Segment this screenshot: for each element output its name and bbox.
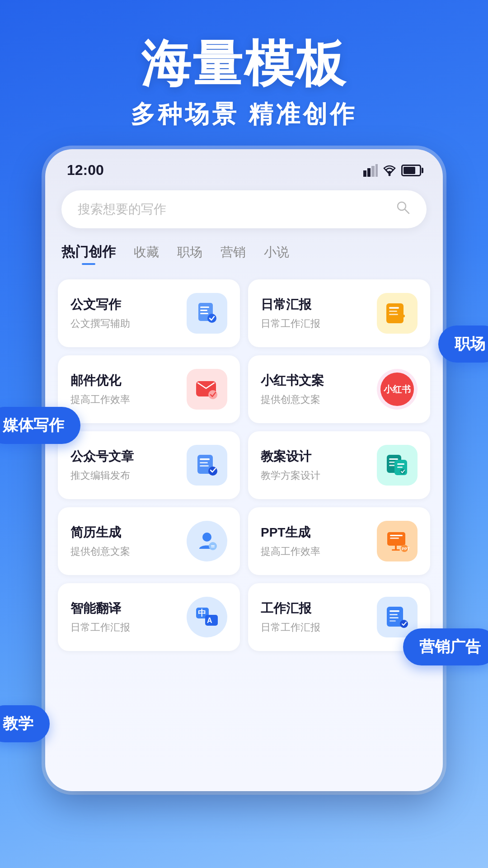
- svg-rect-50: [389, 617, 399, 618]
- svg-rect-12: [386, 303, 404, 323]
- resume-icon: [187, 521, 227, 561]
- wechat-article-icon: [187, 445, 227, 486]
- svg-rect-15: [389, 314, 398, 315]
- card-lesson-plan[interactable]: 教案设计 教学方案设计: [248, 431, 430, 499]
- svg-point-18: [208, 390, 217, 399]
- svg-rect-20: [200, 458, 210, 460]
- phone-mockup: 12:00: [45, 149, 443, 791]
- svg-rect-49: [389, 614, 398, 615]
- svg-rect-3: [375, 164, 378, 177]
- card-title: 小红书文案: [261, 372, 324, 389]
- search-container: 搜索想要的写作: [45, 183, 443, 239]
- svg-rect-9: [200, 310, 207, 311]
- search-bar[interactable]: 搜索想要的写作: [61, 190, 427, 228]
- card-xhs[interactable]: 小红书文案 提供创意文案 小红书: [248, 355, 430, 423]
- status-icons: [363, 164, 421, 177]
- card-ppt[interactable]: PPT生成 提高工作效率 PPT: [248, 507, 430, 575]
- phone-wrapper: 12:00: [0, 149, 488, 791]
- translate-icon: 中 A: [187, 597, 227, 637]
- svg-rect-21: [200, 462, 208, 463]
- svg-rect-35: [211, 547, 215, 547]
- svg-rect-39: [395, 546, 397, 549]
- tabs-container: 热门创作 收藏 职场 营销 小说: [45, 239, 443, 274]
- grid-container: 公文写作 公文撰写辅助 日常汇报: [45, 274, 443, 656]
- bubble-workplace: 职场: [438, 326, 488, 363]
- tab-workplace[interactable]: 职场: [177, 244, 202, 264]
- card-subtitle: 日常工作汇报: [261, 317, 320, 330]
- search-icon: [396, 200, 410, 218]
- svg-point-52: [400, 620, 408, 628]
- tab-marketing[interactable]: 营销: [221, 244, 246, 264]
- tab-collect[interactable]: 收藏: [134, 244, 159, 264]
- svg-point-31: [400, 469, 405, 474]
- svg-rect-34: [211, 545, 215, 546]
- card-title: 公众号文章: [70, 448, 134, 465]
- svg-point-16: [402, 315, 405, 317]
- card-subtitle: 提供创意文案: [261, 393, 324, 406]
- svg-line-6: [405, 209, 409, 213]
- svg-rect-25: [389, 458, 398, 460]
- daily-report-icon: [377, 293, 418, 334]
- wifi-icon: [381, 164, 398, 177]
- card-title: PPT生成: [261, 524, 320, 541]
- svg-rect-40: [392, 549, 400, 551]
- card-title: 日常汇报: [261, 296, 320, 313]
- svg-rect-38: [390, 538, 399, 539]
- card-title: 公文写作: [70, 296, 130, 313]
- svg-point-32: [202, 533, 211, 542]
- bubble-media-writing: 媒体写作: [0, 407, 80, 444]
- svg-rect-8: [200, 307, 209, 308]
- card-subtitle: 日常工作汇报: [70, 621, 130, 634]
- ppt-icon: PPT: [377, 521, 418, 561]
- hero-section: 海量模板 多种场景 精准创作: [0, 0, 488, 149]
- battery-icon: [401, 165, 421, 176]
- card-title: 工作汇报: [261, 600, 320, 617]
- svg-point-11: [207, 314, 216, 323]
- svg-rect-48: [389, 610, 399, 612]
- signal-icon: [363, 164, 378, 177]
- svg-rect-30: [397, 467, 403, 468]
- svg-rect-29: [397, 463, 404, 465]
- official-writing-icon: [187, 293, 227, 334]
- email-icon: [187, 369, 227, 410]
- svg-rect-0: [363, 170, 366, 177]
- svg-point-4: [389, 174, 391, 176]
- card-work-report[interactable]: 工作汇报 日常工作汇报: [248, 583, 430, 651]
- card-official-writing[interactable]: 公文写作 公文撰写辅助: [58, 279, 240, 347]
- bubble-teaching: 教学: [0, 705, 50, 742]
- card-title: 教案设计: [261, 448, 320, 465]
- xhs-icon: 小红书: [377, 369, 418, 410]
- tab-novel[interactable]: 小说: [264, 244, 289, 264]
- card-subtitle: 推文编辑发布: [70, 469, 134, 482]
- svg-rect-22: [200, 465, 209, 467]
- card-subtitle: 教学方案设计: [261, 469, 320, 482]
- card-resume[interactable]: 简历生成 提供创意文案: [58, 507, 240, 575]
- hero-subtitle: 多种场景 精准创作: [0, 98, 488, 131]
- svg-rect-10: [200, 313, 208, 314]
- card-title: 智能翻译: [70, 600, 130, 617]
- svg-text:中: 中: [198, 609, 206, 618]
- hero-title: 海量模板: [0, 36, 488, 91]
- status-bar: 12:00: [45, 149, 443, 183]
- card-subtitle: 提高工作效率: [70, 393, 130, 406]
- tab-hot[interactable]: 热门创作: [61, 243, 116, 265]
- svg-rect-37: [390, 535, 403, 536]
- svg-rect-13: [389, 307, 399, 309]
- status-time: 12:00: [67, 162, 104, 179]
- card-subtitle: 公文撰写辅助: [70, 317, 130, 330]
- svg-rect-2: [371, 166, 375, 177]
- svg-text:A: A: [207, 617, 212, 624]
- bubble-marketing: 营销广告: [403, 628, 488, 665]
- card-email[interactable]: 邮件优化 提高工作效率: [58, 355, 240, 423]
- card-subtitle: 提高工作效率: [261, 545, 320, 558]
- svg-rect-1: [367, 168, 371, 177]
- card-title: 邮件优化: [70, 372, 130, 389]
- card-wechat-article[interactable]: 公众号文章 推文编辑发布: [58, 431, 240, 499]
- svg-rect-51: [389, 620, 396, 622]
- card-title: 简历生成: [70, 524, 130, 541]
- svg-point-33: [209, 542, 217, 550]
- svg-text:PPT: PPT: [402, 547, 410, 551]
- lesson-plan-icon: [377, 445, 418, 486]
- card-daily-report[interactable]: 日常汇报 日常工作汇报: [248, 279, 430, 347]
- card-translate[interactable]: 智能翻译 日常工作汇报 中 A: [58, 583, 240, 651]
